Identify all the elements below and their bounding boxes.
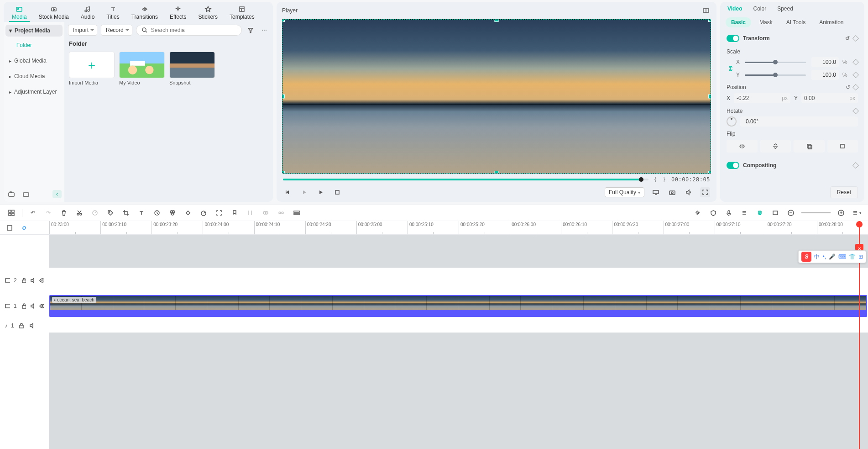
link-lock-icon[interactable] [727, 65, 734, 72]
ime-widget[interactable]: S 中 •, 🎤 ⌨ 👕 ⊞ [798, 250, 866, 263]
volume-icon[interactable] [684, 187, 694, 197]
scale-y-value[interactable]: 100.0 [811, 70, 839, 80]
mute-icon[interactable] [30, 277, 35, 284]
pos-y-input[interactable]: 0.00px [801, 93, 858, 103]
compositing-section-header[interactable]: Compositing [727, 158, 858, 173]
cut-icon[interactable] [74, 208, 84, 218]
ime-dot-icon[interactable]: •, [822, 254, 826, 260]
speed-ramp-icon[interactable] [199, 208, 209, 218]
stop-icon[interactable] [332, 187, 342, 197]
ime-shirt-icon[interactable]: 👕 [849, 254, 856, 260]
new-folder-icon[interactable] [21, 189, 31, 199]
play-icon[interactable] [316, 187, 326, 197]
timeline-options-icon[interactable]: ▾ [852, 208, 862, 218]
subtab-basic[interactable]: Basic [726, 17, 751, 27]
rotate-keyframe[interactable] [852, 108, 859, 114]
adjust-icon[interactable] [245, 208, 255, 218]
subtab-animation[interactable]: Animation [814, 17, 849, 27]
auto-tool-icon[interactable] [693, 208, 703, 218]
position-keyframe[interactable] [852, 84, 859, 90]
record-dropdown[interactable]: Record [101, 25, 132, 36]
sidebar-adjustment-layer[interactable]: Adjustment Layer [5, 85, 63, 99]
ime-mic-icon[interactable]: 🎤 [829, 254, 836, 260]
tab-stock-media[interactable]: Stock Media [36, 5, 72, 22]
fit-icon[interactable] [214, 208, 224, 218]
position-reset-icon[interactable]: ↺ [846, 84, 850, 90]
redo-icon[interactable]: ↷ [43, 208, 53, 218]
ime-kbd-icon[interactable]: ⌨ [838, 254, 846, 260]
eye-icon[interactable] [39, 302, 44, 310]
project-media-header[interactable]: ▾Project Media [5, 25, 63, 37]
display-icon[interactable] [651, 187, 661, 197]
transform-section-header[interactable]: Transform ↺ [727, 31, 858, 46]
new-bin-icon[interactable] [6, 189, 16, 199]
lock-icon[interactable] [21, 277, 26, 284]
shield-icon[interactable] [708, 208, 718, 218]
reset-button[interactable]: Reset [830, 186, 858, 198]
thumbnail-icon[interactable] [770, 208, 780, 218]
subtab-ai-tools[interactable]: AI Tools [781, 17, 811, 27]
mute-icon[interactable] [30, 302, 35, 310]
text-tool-icon[interactable] [136, 208, 146, 218]
props-tab-video[interactable]: Video [727, 5, 742, 14]
tl-collapse-icon[interactable] [5, 223, 15, 233]
transform-keyframe-icon[interactable] [852, 35, 859, 42]
zoom-slider[interactable] [801, 212, 831, 213]
import-media-card[interactable]: ＋Import Media [69, 52, 115, 85]
track-head-a1[interactable]: ♪1 [0, 319, 49, 333]
clip-my-video[interactable]: My Video [119, 52, 165, 85]
track-v1[interactable]: ocean, sea, beach [49, 293, 868, 319]
props-tab-speed[interactable]: Speed [777, 5, 793, 14]
subtab-mask[interactable]: Mask [754, 17, 778, 27]
track-a1[interactable] [49, 319, 868, 333]
scale-x-slider[interactable] [745, 62, 806, 63]
track-v2[interactable] [49, 268, 868, 293]
rotate-dial[interactable] [727, 116, 737, 127]
snapshot-icon[interactable] [667, 187, 677, 197]
folder-selected[interactable]: Folder [5, 38, 63, 52]
scale-x-keyframe[interactable] [852, 59, 859, 65]
mark-in-icon[interactable]: { [654, 176, 657, 183]
compositing-toggle[interactable] [727, 162, 739, 169]
keyframe-tool-icon[interactable] [183, 208, 193, 218]
eye-icon[interactable] [39, 277, 44, 284]
ime-grid-icon[interactable]: ⊞ [858, 254, 863, 260]
ungroup-icon[interactable] [276, 208, 286, 218]
color-tool-icon[interactable] [167, 208, 178, 218]
quality-dropdown[interactable]: Full Quality [605, 187, 644, 197]
tab-titles[interactable]: Titles [104, 5, 122, 22]
transform-reset-icon[interactable]: ↺ [845, 35, 850, 42]
track-head-v2[interactable]: 2 [0, 268, 49, 293]
flip-horizontal-button[interactable] [727, 140, 758, 153]
voice-icon[interactable] [724, 208, 734, 218]
flip-reset-button[interactable] [827, 140, 858, 153]
tl-link-icon[interactable] [19, 223, 29, 233]
compositing-keyframe[interactable] [852, 162, 859, 169]
group-icon[interactable] [261, 208, 271, 218]
flip-both-button[interactable] [794, 140, 825, 153]
search-input[interactable] [151, 27, 237, 33]
track-tool-icon[interactable] [292, 208, 302, 218]
tab-effects[interactable]: Effects [167, 5, 189, 22]
collapse-sidebar-icon[interactable]: ‹ [52, 190, 62, 198]
transform-toggle[interactable] [727, 35, 739, 42]
tl-layout-icon[interactable] [6, 208, 16, 218]
speed-tool-icon[interactable] [90, 208, 100, 218]
scale-x-value[interactable]: 100.0 [811, 57, 839, 67]
delete-icon[interactable] [59, 208, 69, 218]
props-tab-color[interactable]: Color [753, 5, 766, 14]
timeline-tracks[interactable]: 00:23:0000:00:23:1000:00:23:2000:00:24:0… [49, 221, 868, 449]
marker-tool-icon[interactable] [230, 208, 240, 218]
track-head-v1[interactable]: 1 [0, 293, 49, 319]
tab-templates[interactable]: Templates [227, 5, 257, 22]
play-range-icon[interactable] [299, 187, 309, 197]
tab-stickers[interactable]: Stickers [195, 5, 220, 22]
duration-icon[interactable] [152, 208, 162, 218]
filter-icon[interactable] [246, 25, 256, 35]
lock-icon[interactable] [21, 302, 26, 310]
flip-vertical-button[interactable] [760, 140, 791, 153]
scrub-bar[interactable] [283, 179, 648, 180]
mark-out-icon[interactable]: } [663, 176, 666, 183]
tab-audio[interactable]: Audio [78, 5, 98, 22]
rotate-value[interactable]: 0.00° [740, 116, 858, 127]
